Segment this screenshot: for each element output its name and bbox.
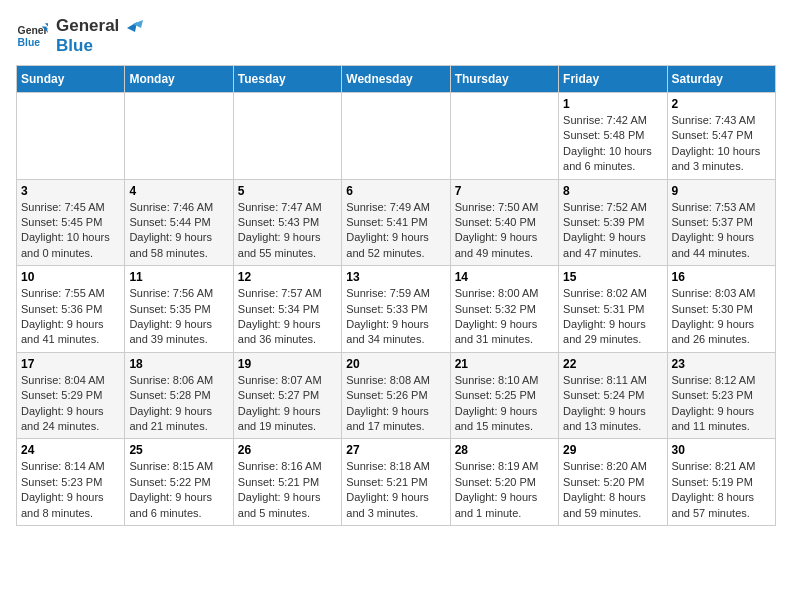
day-info: Sunrise: 8:15 AM Sunset: 5:22 PM Dayligh… — [129, 459, 228, 521]
day-number: 6 — [346, 184, 445, 198]
calendar-header: SundayMondayTuesdayWednesdayThursdayFrid… — [17, 66, 776, 93]
day-info: Sunrise: 8:00 AM Sunset: 5:32 PM Dayligh… — [455, 286, 554, 348]
col-header-tuesday: Tuesday — [233, 66, 341, 93]
day-info: Sunrise: 7:49 AM Sunset: 5:41 PM Dayligh… — [346, 200, 445, 262]
col-header-wednesday: Wednesday — [342, 66, 450, 93]
day-info: Sunrise: 7:46 AM Sunset: 5:44 PM Dayligh… — [129, 200, 228, 262]
day-number: 17 — [21, 357, 120, 371]
day-number: 2 — [672, 97, 771, 111]
day-cell: 25Sunrise: 8:15 AM Sunset: 5:22 PM Dayli… — [125, 439, 233, 526]
day-cell: 26Sunrise: 8:16 AM Sunset: 5:21 PM Dayli… — [233, 439, 341, 526]
day-number: 26 — [238, 443, 337, 457]
day-info: Sunrise: 7:47 AM Sunset: 5:43 PM Dayligh… — [238, 200, 337, 262]
day-cell: 24Sunrise: 8:14 AM Sunset: 5:23 PM Dayli… — [17, 439, 125, 526]
day-cell — [342, 93, 450, 180]
day-info: Sunrise: 7:42 AM Sunset: 5:48 PM Dayligh… — [563, 113, 662, 175]
day-cell: 4Sunrise: 7:46 AM Sunset: 5:44 PM Daylig… — [125, 179, 233, 266]
day-number: 16 — [672, 270, 771, 284]
day-number: 18 — [129, 357, 228, 371]
day-number: 30 — [672, 443, 771, 457]
day-number: 15 — [563, 270, 662, 284]
week-row-3: 10Sunrise: 7:55 AM Sunset: 5:36 PM Dayli… — [17, 266, 776, 353]
logo-blue: Blue — [56, 36, 119, 56]
col-header-monday: Monday — [125, 66, 233, 93]
day-cell: 22Sunrise: 8:11 AM Sunset: 5:24 PM Dayli… — [559, 352, 667, 439]
day-cell — [17, 93, 125, 180]
calendar-table: SundayMondayTuesdayWednesdayThursdayFrid… — [16, 65, 776, 526]
week-row-5: 24Sunrise: 8:14 AM Sunset: 5:23 PM Dayli… — [17, 439, 776, 526]
day-number: 10 — [21, 270, 120, 284]
day-number: 11 — [129, 270, 228, 284]
day-cell: 19Sunrise: 8:07 AM Sunset: 5:27 PM Dayli… — [233, 352, 341, 439]
day-info: Sunrise: 7:45 AM Sunset: 5:45 PM Dayligh… — [21, 200, 120, 262]
col-header-saturday: Saturday — [667, 66, 775, 93]
day-info: Sunrise: 8:10 AM Sunset: 5:25 PM Dayligh… — [455, 373, 554, 435]
day-info: Sunrise: 8:03 AM Sunset: 5:30 PM Dayligh… — [672, 286, 771, 348]
day-cell: 30Sunrise: 8:21 AM Sunset: 5:19 PM Dayli… — [667, 439, 775, 526]
day-cell: 7Sunrise: 7:50 AM Sunset: 5:40 PM Daylig… — [450, 179, 558, 266]
day-cell: 23Sunrise: 8:12 AM Sunset: 5:23 PM Dayli… — [667, 352, 775, 439]
day-info: Sunrise: 8:06 AM Sunset: 5:28 PM Dayligh… — [129, 373, 228, 435]
day-info: Sunrise: 8:08 AM Sunset: 5:26 PM Dayligh… — [346, 373, 445, 435]
day-info: Sunrise: 7:57 AM Sunset: 5:34 PM Dayligh… — [238, 286, 337, 348]
week-row-1: 1Sunrise: 7:42 AM Sunset: 5:48 PM Daylig… — [17, 93, 776, 180]
day-info: Sunrise: 8:14 AM Sunset: 5:23 PM Dayligh… — [21, 459, 120, 521]
day-number: 24 — [21, 443, 120, 457]
day-cell: 21Sunrise: 8:10 AM Sunset: 5:25 PM Dayli… — [450, 352, 558, 439]
day-number: 12 — [238, 270, 337, 284]
day-info: Sunrise: 7:53 AM Sunset: 5:37 PM Dayligh… — [672, 200, 771, 262]
day-info: Sunrise: 7:59 AM Sunset: 5:33 PM Dayligh… — [346, 286, 445, 348]
day-cell: 12Sunrise: 7:57 AM Sunset: 5:34 PM Dayli… — [233, 266, 341, 353]
col-header-friday: Friday — [559, 66, 667, 93]
day-cell: 9Sunrise: 7:53 AM Sunset: 5:37 PM Daylig… — [667, 179, 775, 266]
day-info: Sunrise: 7:56 AM Sunset: 5:35 PM Dayligh… — [129, 286, 228, 348]
col-header-thursday: Thursday — [450, 66, 558, 93]
day-info: Sunrise: 8:07 AM Sunset: 5:27 PM Dayligh… — [238, 373, 337, 435]
day-cell: 18Sunrise: 8:06 AM Sunset: 5:28 PM Dayli… — [125, 352, 233, 439]
page-header: General Blue General Blue — [16, 16, 776, 55]
day-number: 1 — [563, 97, 662, 111]
day-number: 29 — [563, 443, 662, 457]
day-cell: 28Sunrise: 8:19 AM Sunset: 5:20 PM Dayli… — [450, 439, 558, 526]
day-cell: 8Sunrise: 7:52 AM Sunset: 5:39 PM Daylig… — [559, 179, 667, 266]
day-number: 19 — [238, 357, 337, 371]
col-header-sunday: Sunday — [17, 66, 125, 93]
logo: General Blue General Blue — [16, 16, 143, 55]
day-number: 4 — [129, 184, 228, 198]
day-cell: 20Sunrise: 8:08 AM Sunset: 5:26 PM Dayli… — [342, 352, 450, 439]
day-number: 14 — [455, 270, 554, 284]
day-info: Sunrise: 8:16 AM Sunset: 5:21 PM Dayligh… — [238, 459, 337, 521]
day-info: Sunrise: 8:11 AM Sunset: 5:24 PM Dayligh… — [563, 373, 662, 435]
day-info: Sunrise: 8:20 AM Sunset: 5:20 PM Dayligh… — [563, 459, 662, 521]
day-info: Sunrise: 8:18 AM Sunset: 5:21 PM Dayligh… — [346, 459, 445, 521]
day-number: 9 — [672, 184, 771, 198]
logo-bird-icon — [113, 18, 143, 46]
day-info: Sunrise: 8:21 AM Sunset: 5:19 PM Dayligh… — [672, 459, 771, 521]
week-row-4: 17Sunrise: 8:04 AM Sunset: 5:29 PM Dayli… — [17, 352, 776, 439]
day-number: 27 — [346, 443, 445, 457]
day-number: 13 — [346, 270, 445, 284]
day-info: Sunrise: 8:02 AM Sunset: 5:31 PM Dayligh… — [563, 286, 662, 348]
day-cell: 13Sunrise: 7:59 AM Sunset: 5:33 PM Dayli… — [342, 266, 450, 353]
day-number: 25 — [129, 443, 228, 457]
day-info: Sunrise: 7:52 AM Sunset: 5:39 PM Dayligh… — [563, 200, 662, 262]
day-number: 5 — [238, 184, 337, 198]
day-number: 8 — [563, 184, 662, 198]
day-info: Sunrise: 7:55 AM Sunset: 5:36 PM Dayligh… — [21, 286, 120, 348]
week-row-2: 3Sunrise: 7:45 AM Sunset: 5:45 PM Daylig… — [17, 179, 776, 266]
day-cell: 17Sunrise: 8:04 AM Sunset: 5:29 PM Dayli… — [17, 352, 125, 439]
day-cell: 6Sunrise: 7:49 AM Sunset: 5:41 PM Daylig… — [342, 179, 450, 266]
day-info: Sunrise: 8:04 AM Sunset: 5:29 PM Dayligh… — [21, 373, 120, 435]
day-cell: 11Sunrise: 7:56 AM Sunset: 5:35 PM Dayli… — [125, 266, 233, 353]
logo-icon: General Blue — [16, 20, 48, 52]
day-cell: 27Sunrise: 8:18 AM Sunset: 5:21 PM Dayli… — [342, 439, 450, 526]
day-number: 22 — [563, 357, 662, 371]
day-info: Sunrise: 8:12 AM Sunset: 5:23 PM Dayligh… — [672, 373, 771, 435]
day-cell: 2Sunrise: 7:43 AM Sunset: 5:47 PM Daylig… — [667, 93, 775, 180]
day-cell: 16Sunrise: 8:03 AM Sunset: 5:30 PM Dayli… — [667, 266, 775, 353]
day-number: 7 — [455, 184, 554, 198]
day-cell: 15Sunrise: 8:02 AM Sunset: 5:31 PM Dayli… — [559, 266, 667, 353]
day-cell: 29Sunrise: 8:20 AM Sunset: 5:20 PM Dayli… — [559, 439, 667, 526]
day-cell: 5Sunrise: 7:47 AM Sunset: 5:43 PM Daylig… — [233, 179, 341, 266]
day-cell: 1Sunrise: 7:42 AM Sunset: 5:48 PM Daylig… — [559, 93, 667, 180]
